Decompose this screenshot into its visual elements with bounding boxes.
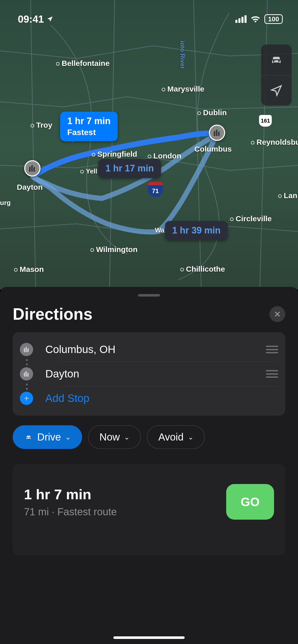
drag-handle-icon[interactable] <box>266 346 278 353</box>
stop-origin-row[interactable]: Columbus, OH <box>13 337 285 362</box>
avoid-label: Avoid <box>158 431 183 443</box>
river-label: ioto River <box>179 41 186 69</box>
filter-row: Drive ⌄ Now ⌄ Avoid ⌄ <box>0 416 298 449</box>
locate-me-button[interactable] <box>261 75 292 106</box>
cellular-icon <box>235 15 247 23</box>
car-icon <box>24 434 33 441</box>
shield-i71: 71 <box>148 182 163 197</box>
sheet-title: Directions <box>13 305 92 324</box>
home-indicator[interactable] <box>113 636 185 639</box>
go-button[interactable]: GO <box>226 484 274 520</box>
go-label: GO <box>241 495 260 509</box>
separator: · <box>52 506 57 517</box>
city-columbus: Columbus <box>194 145 232 153</box>
city-bellefontaine: Bellefontaine <box>56 59 110 68</box>
city-circleville: Circleville <box>230 214 272 223</box>
add-stop-label: Add Stop <box>45 392 278 404</box>
map-controls <box>261 45 292 106</box>
location-arrow-icon <box>270 84 283 97</box>
route-time: 1 hr 39 min <box>172 225 221 237</box>
stops-card: Columbus, OH Dayton Add Stop <box>13 332 285 416</box>
chevron-down-icon: ⌄ <box>124 433 130 441</box>
route-sub: Fastest <box>67 127 111 138</box>
city-marysville: Marysville <box>162 85 204 93</box>
time-pill[interactable]: Now ⌄ <box>88 425 141 449</box>
time-label: Now <box>99 431 120 443</box>
route-card: 1 hr 7 min 71 mi · Fastest route GO <box>13 464 285 555</box>
buildings-icon <box>213 128 221 137</box>
close-icon <box>274 310 281 318</box>
route-card-time: 1 hr 7 min <box>24 486 117 503</box>
city-chillicothe: Chillicothe <box>180 265 225 273</box>
status-time: 09:41 <box>18 13 53 25</box>
close-button[interactable] <box>269 306 285 322</box>
city-mason: Mason <box>14 265 44 274</box>
directions-sheet[interactable]: Directions Columbus, OH Dayton <box>0 287 298 644</box>
drag-handle-icon[interactable] <box>266 370 278 378</box>
chevron-down-icon: ⌄ <box>65 433 71 441</box>
avoid-pill[interactable]: Avoid ⌄ <box>147 425 205 449</box>
sheet-grabber[interactable] <box>138 294 160 297</box>
map-mode-button[interactable] <box>261 45 292 75</box>
battery-text: 100 <box>268 15 279 23</box>
city-icon <box>20 367 33 380</box>
status-right: 100 <box>235 14 283 24</box>
car-icon <box>270 53 283 66</box>
city-lan: Lan <box>278 191 297 200</box>
route-desc: Fastest route <box>57 506 117 517</box>
stop-destination-row[interactable]: Dayton <box>13 362 285 386</box>
destination-pin[interactable] <box>24 160 40 177</box>
mode-pill[interactable]: Drive ⌄ <box>13 425 82 449</box>
city-dayton: Dayton <box>17 183 43 192</box>
origin-pin[interactable] <box>209 125 225 141</box>
route-badge-alt1[interactable]: 1 hr 17 min <box>98 159 161 178</box>
time-text: 09:41 <box>18 13 44 25</box>
map-canvas[interactable]: Bellefontaine Marysville Dublin Troy Spr… <box>0 0 298 289</box>
city-springfield: Springfield <box>92 150 137 158</box>
shield-161: 161 <box>259 115 272 127</box>
route-badge-fastest[interactable]: 1 hr 7 min Fastest <box>60 112 118 141</box>
city-wilmington: Wilmington <box>90 245 138 254</box>
city-troy: Troy <box>31 121 52 129</box>
city-yell: Yell <box>80 167 97 175</box>
route-time: 1 hr 7 min <box>67 115 111 127</box>
stop-destination-label: Dayton <box>45 368 266 380</box>
wifi-icon <box>251 16 260 23</box>
route-time: 1 hr 17 min <box>105 163 154 174</box>
mode-label: Drive <box>37 431 61 443</box>
add-stop-row[interactable]: Add Stop <box>13 386 285 411</box>
route-badge-alt2[interactable]: 1 hr 39 min <box>165 221 228 240</box>
battery-indicator: 100 <box>264 14 283 24</box>
city-reynoldsburg: Reynoldsbur <box>251 138 298 147</box>
location-services-icon <box>46 16 53 23</box>
stop-origin-label: Columbus, OH <box>45 343 266 356</box>
plus-icon <box>20 392 33 405</box>
route-distance: 71 mi <box>24 506 49 517</box>
city-urg: urg <box>0 199 11 207</box>
route-card-sub: 71 mi · Fastest route <box>24 506 117 518</box>
city-icon <box>20 343 33 356</box>
buildings-icon <box>28 164 37 173</box>
chevron-down-icon: ⌄ <box>188 433 194 441</box>
city-dublin: Dublin <box>197 108 227 117</box>
status-bar: 09:41 100 <box>0 0 298 33</box>
